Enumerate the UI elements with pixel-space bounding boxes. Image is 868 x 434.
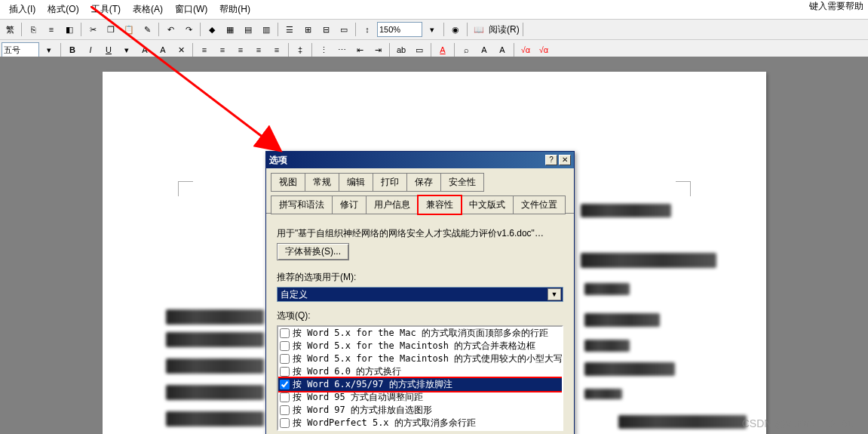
format-painter-icon[interactable]: ✎ [139, 21, 155, 38]
tb-icon-i[interactable]: ↕ [359, 21, 376, 38]
tab-compatibility[interactable]: 兼容性 [418, 195, 462, 214]
tb-icon-h[interactable]: ▭ [336, 21, 352, 38]
option-item[interactable]: 按 Word 97 的方式排放自选图形 [278, 404, 562, 417]
tab-chinese-layout[interactable]: 中文版式 [461, 195, 514, 214]
tb2-e[interactable]: ≡ [268, 42, 285, 58]
tab-userinfo[interactable]: 用户信息 [366, 195, 419, 214]
option-checkbox[interactable] [280, 354, 290, 364]
indent-icon[interactable]: ⇥ [370, 42, 386, 58]
font-color-icon[interactable]: A [434, 42, 451, 58]
separator [443, 23, 444, 36]
menu-insert[interactable]: 插入(I) [3, 2, 41, 17]
tb2-g[interactable]: A [476, 42, 492, 58]
align-left-icon[interactable]: ≡ [196, 42, 213, 58]
paste-icon[interactable]: 📋 [121, 21, 137, 38]
tb-icon-e[interactable]: ☰ [281, 21, 298, 38]
tb-icon-c[interactable]: ▤ [240, 21, 256, 38]
tb2-c[interactable]: A [155, 42, 171, 58]
font-size-combo[interactable] [2, 42, 39, 57]
tab-save[interactable]: 保存 [406, 173, 441, 192]
italic-button[interactable]: I [82, 42, 99, 58]
tb-icon-2[interactable]: ≡ [43, 21, 60, 38]
tb-icon-a[interactable]: ◆ [204, 21, 220, 38]
help-icon[interactable]: ◉ [447, 21, 464, 38]
tb-icon-b[interactable]: ▦ [222, 21, 238, 38]
tab-file-locations[interactable]: 文件位置 [513, 195, 566, 214]
tb-icon-3[interactable]: ◧ [61, 21, 78, 38]
menu-format[interactable]: 格式(O) [41, 2, 84, 17]
book-icon[interactable]: 📖 [471, 21, 487, 38]
list-bullet-icon[interactable]: ⋮ [315, 42, 332, 58]
tb2-h[interactable]: A [494, 42, 511, 58]
option-checkbox[interactable] [280, 341, 290, 351]
tb2-d[interactable]: ✕ [173, 42, 189, 58]
zoom-dropdown-icon[interactable]: ▾ [424, 21, 440, 38]
tab-general[interactable]: 常规 [305, 173, 339, 192]
option-item[interactable]: 按 Word 6.0 的方式换行 [278, 365, 562, 378]
tb-icon-f[interactable]: ⊞ [299, 21, 316, 38]
tb-icon-g[interactable]: ⊟ [317, 21, 334, 38]
help-button[interactable]: ? [545, 155, 557, 165]
crop-mark [676, 181, 691, 196]
outdent-icon[interactable]: ⇤ [351, 42, 368, 58]
align-center-icon[interactable]: ≡ [214, 42, 231, 58]
list-number-icon[interactable]: ⋯ [333, 42, 350, 58]
option-checkbox[interactable] [280, 328, 290, 338]
option-item[interactable]: 按 Word 5.x for the Mac 的方式取消页面顶部多余的行距 [278, 327, 562, 340]
tab-revision[interactable]: 修订 [332, 195, 367, 214]
highlight-icon[interactable]: ab [393, 42, 409, 58]
dialog-titlebar[interactable]: 选项 ? ✕ [266, 152, 574, 168]
menu-help[interactable]: 帮助(H) [213, 2, 256, 17]
recommend-value: 自定义 [281, 288, 308, 301]
options-label: 选项(Q): [277, 309, 563, 322]
tb2-a[interactable]: ▾ [118, 42, 135, 58]
tab-edit[interactable]: 编辑 [339, 173, 373, 192]
read-mode-label[interactable]: 阅读(R) [489, 23, 520, 36]
recommend-dropdown[interactable]: 自定义 [277, 287, 563, 302]
close-button[interactable]: ✕ [559, 155, 571, 165]
redacted-text [584, 340, 630, 352]
option-item[interactable]: 按 Word 95 方式自动调整间距 [278, 391, 562, 404]
cut-icon[interactable]: ✂ [84, 21, 101, 38]
option-checkbox[interactable] [280, 367, 290, 377]
sqrt-icon-2[interactable]: √α [535, 42, 552, 58]
tb2-b[interactable]: A [136, 42, 153, 58]
zoom-combo[interactable] [377, 22, 422, 37]
copy-icon[interactable]: ❐ [103, 21, 119, 38]
option-item[interactable]: 按 WordPerfect 5.x 设置空格宽度 [278, 429, 562, 431]
font-substitution-button[interactable]: 字体替换(S)... [277, 243, 349, 260]
redacted-text [584, 389, 622, 399]
align-justify-icon[interactable]: ≡ [250, 42, 267, 58]
option-item[interactable]: 按 WordPerfect 5.x 的方式取消多余行距 [278, 417, 562, 429]
help-hint[interactable]: 键入需要帮助 [809, 0, 863, 13]
option-item[interactable]: 按 Word 5.x for the Macintosh 的方式使用较大的小型大… [278, 352, 562, 365]
undo-icon[interactable]: ↶ [162, 21, 179, 38]
tab-print[interactable]: 打印 [373, 173, 407, 192]
tb-icon-1[interactable]: ⎘ [25, 21, 41, 38]
tab-security[interactable]: 安全性 [440, 173, 484, 192]
redo-icon[interactable]: ↷ [180, 21, 197, 38]
bold-button[interactable]: B [64, 42, 81, 58]
border-icon[interactable]: ▭ [411, 42, 428, 58]
trad-button[interactable]: 繁 [2, 21, 18, 38]
option-checkbox[interactable] [280, 392, 290, 402]
sqrt-icon-1[interactable]: √α [517, 42, 534, 58]
align-right-icon[interactable]: ≡ [232, 42, 249, 58]
tb2-f[interactable]: ⌕ [458, 42, 474, 58]
tab-spelling[interactable]: 拼写和语法 [271, 195, 333, 214]
option-item[interactable]: 按 Word 6.x/95/97 的方式排放脚注 [278, 378, 562, 391]
tab-view[interactable]: 视图 [271, 173, 305, 192]
redacted-text [581, 204, 671, 217]
font-size-dropdown[interactable]: ▾ [41, 42, 57, 58]
option-checkbox[interactable] [280, 380, 290, 389]
menu-table[interactable]: 表格(A) [127, 2, 169, 17]
options-listbox[interactable]: 按 Word 5.x for the Mac 的方式取消页面顶部多余的行距按 W… [277, 325, 563, 431]
underline-button[interactable]: U [100, 42, 117, 58]
menu-tools[interactable]: 工具(T) [85, 2, 127, 17]
menu-window[interactable]: 窗口(W) [169, 2, 213, 17]
option-checkbox[interactable] [280, 418, 290, 428]
line-spacing-icon[interactable]: ‡ [292, 42, 308, 58]
option-item[interactable]: 按 Word 5.x for the Macintosh 的方式合并表格边框 [278, 340, 562, 352]
option-checkbox[interactable] [280, 405, 290, 415]
tb-icon-d[interactable]: ▥ [258, 21, 275, 38]
